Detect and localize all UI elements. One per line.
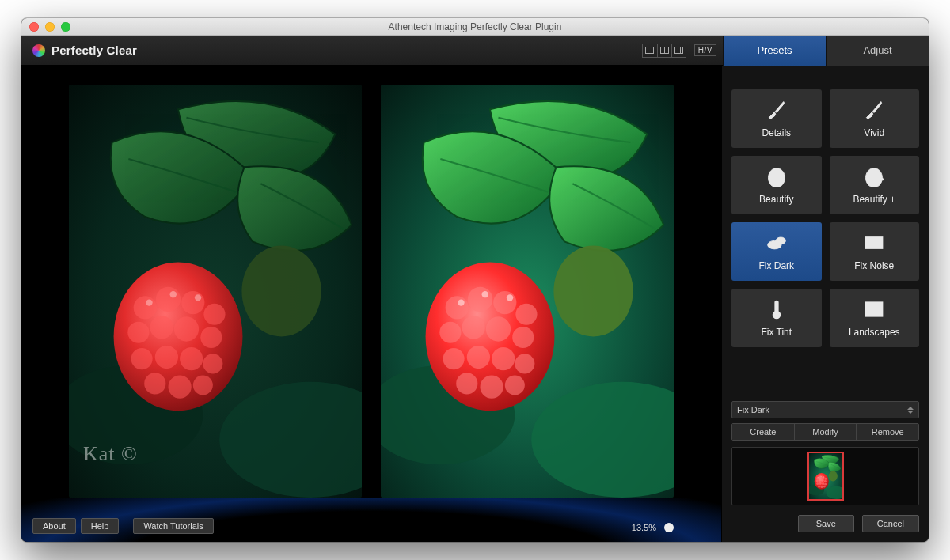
preset-beautify[interactable]: Beautify	[732, 156, 822, 214]
preset-details[interactable]: Details	[732, 89, 822, 148]
svg-point-58	[877, 305, 880, 308]
preset-label: Details	[762, 127, 791, 138]
preview-stage: Kat © About Help Watch Tutorials 13.5%	[21, 66, 721, 542]
svg-point-56	[775, 313, 778, 316]
tutorials-button[interactable]: Watch Tutorials	[133, 518, 213, 534]
svg-point-52	[871, 244, 873, 247]
svg-point-47	[776, 237, 785, 244]
face-plus-icon	[863, 165, 885, 187]
cancel-button[interactable]: Cancel	[862, 515, 919, 532]
close-dot[interactable]	[29, 22, 39, 32]
preset-beautify-plus[interactable]: Beautify +	[830, 156, 920, 214]
preset-label: Beautify +	[853, 194, 895, 205]
traffic-lights	[21, 22, 70, 32]
single-view-icon[interactable]	[643, 44, 657, 57]
mac-titlebar: Athentech Imaging Perfectly Clear Plugin	[21, 18, 929, 36]
tab-presets[interactable]: Presets	[723, 36, 826, 66]
window-title: Athentech Imaging Perfectly Clear Plugin	[21, 21, 929, 32]
triple-view-icon[interactable]	[671, 44, 686, 57]
about-button[interactable]: About	[32, 518, 76, 534]
preset-grid: Details Vivid Beautify Beautify + Fix Da…	[722, 66, 929, 355]
preset-label: Fix Tint	[761, 327, 792, 338]
thumbnail-strip	[732, 447, 919, 505]
preset-actions-segment: Create Modify Remove	[732, 423, 919, 441]
preset-landscapes[interactable]: Landscapes	[830, 289, 920, 347]
hv-toggle[interactable]: H/V	[694, 44, 716, 56]
mountains-icon	[863, 298, 885, 320]
zoom-value: 13.5%	[632, 523, 656, 532]
brand-name: Perfectly Clear	[51, 44, 137, 57]
preset-fix-dark[interactable]: Fix Dark	[732, 222, 822, 281]
watermark-text: Kat ©	[83, 442, 138, 466]
stage-footer: About Help Watch Tutorials 13.5%	[21, 498, 721, 542]
app-window: Athentech Imaging Perfectly Clear Plugin…	[21, 18, 929, 542]
thumbnail-selected[interactable]	[808, 452, 844, 501]
preset-label: Landscapes	[849, 327, 900, 338]
preset-label: Fix Noise	[854, 260, 894, 271]
create-button[interactable]: Create	[732, 424, 794, 440]
tab-adjust[interactable]: Adjust	[826, 36, 929, 66]
zoom-dot[interactable]	[61, 22, 70, 32]
preset-select-value: Fix Dark	[737, 405, 770, 414]
preset-label: Vivid	[864, 127, 884, 138]
preset-select[interactable]: Fix Dark	[732, 401, 919, 418]
help-button[interactable]: Help	[81, 518, 120, 534]
view-controls: H/V	[642, 44, 723, 58]
svg-point-49	[869, 240, 872, 243]
svg-point-53	[876, 244, 878, 247]
svg-point-51	[877, 241, 880, 244]
svg-point-50	[873, 239, 876, 241]
viewport-layout-segment[interactable]	[642, 44, 686, 58]
brand: Perfectly Clear	[32, 44, 137, 57]
save-button[interactable]: Save	[798, 515, 854, 532]
noise-icon	[863, 232, 885, 254]
preview-row: Kat ©	[21, 66, 721, 498]
minimize-dot[interactable]	[45, 22, 55, 32]
app-logo-icon	[32, 44, 45, 57]
split-view-icon[interactable]	[657, 44, 671, 57]
preview-before[interactable]: Kat ©	[69, 85, 362, 498]
zoom-control[interactable]: 13.5%	[632, 523, 674, 532]
preset-vivid[interactable]: Vivid	[830, 89, 920, 148]
clouds-icon	[766, 232, 788, 254]
preset-label: Beautify	[759, 194, 793, 205]
sidebar: Details Vivid Beautify Beautify + Fix Da…	[721, 66, 929, 542]
thermometer-icon	[766, 298, 788, 320]
brush-icon	[766, 99, 788, 121]
brush-icon	[863, 99, 885, 121]
preset-label: Fix Dark	[758, 260, 794, 271]
app-header: Perfectly Clear H/V Presets Adjust	[21, 36, 929, 66]
svg-rect-54	[775, 301, 778, 312]
modify-button[interactable]: Modify	[794, 424, 857, 440]
mode-tabs: Presets Adjust	[723, 36, 929, 66]
face-icon	[766, 165, 788, 187]
zoom-slider-thumb-icon[interactable]	[664, 523, 674, 532]
remove-button[interactable]: Remove	[856, 424, 918, 440]
preset-fix-tint[interactable]: Fix Tint	[732, 289, 822, 347]
preset-fix-noise[interactable]: Fix Noise	[830, 222, 920, 281]
stepper-icon	[907, 407, 914, 414]
preview-after[interactable]	[381, 85, 674, 498]
